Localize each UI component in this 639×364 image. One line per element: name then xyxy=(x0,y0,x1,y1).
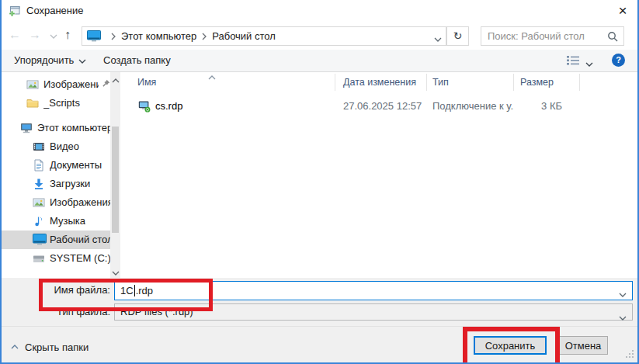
search-input[interactable] xyxy=(481,27,623,45)
toolbar: Упорядочить Создать папку xyxy=(2,50,637,72)
column-headers: Имя Дата изменения Тип Размер xyxy=(123,74,639,91)
hide-folders-button[interactable]: Скрыть папки xyxy=(11,338,89,356)
view-details-icon[interactable] xyxy=(566,55,580,68)
sidebar-item-desktop[interactable]: Рабочий стол xyxy=(2,231,110,249)
breadcrumb-item-desktop[interactable]: Рабочий стол xyxy=(212,30,276,42)
sidebar-item-downloads[interactable]: Загрузки xyxy=(2,175,110,193)
sidebar-item-label: Изображени xyxy=(43,75,99,94)
sidebar-item-document[interactable]: Документы xyxy=(2,156,110,175)
breadcrumb-item-computer[interactable]: Этот компьютер xyxy=(121,30,196,42)
scrollbar-down-button[interactable] xyxy=(110,266,120,276)
sidebar-item-folder[interactable]: _Scripts xyxy=(2,94,110,113)
hide-folders-label: Скрыть папки xyxy=(25,341,89,353)
filetype-label: Тип файла: xyxy=(33,303,110,321)
sidebar-item-label: Изображения xyxy=(50,193,110,212)
file-type: Подключение к у... xyxy=(427,99,514,114)
chevron-up-icon xyxy=(11,345,19,349)
scrollbar-up-button[interactable] xyxy=(110,74,120,84)
svg-text:?: ? xyxy=(616,55,621,64)
filename-dropdown-chevron[interactable] xyxy=(619,288,627,300)
file-modified: 27.06.2025 12:57 xyxy=(335,99,427,114)
chevron-down-icon xyxy=(78,50,86,71)
sidebar-item-label: Этот компьютер xyxy=(37,119,110,137)
column-header-modified[interactable]: Дата изменения xyxy=(335,74,427,91)
help-icon[interactable]: ? xyxy=(612,54,625,67)
computer-icon xyxy=(20,122,33,134)
filename-value-after-caret: .rdp xyxy=(136,285,153,296)
content-area: Изображени_ScriptsЭтот компьютерВидеоДок… xyxy=(2,72,637,278)
pin-icon xyxy=(102,75,110,94)
address-dropdown-chevron[interactable] xyxy=(434,33,442,44)
downloads-icon xyxy=(33,178,45,190)
titlebar: Сохранение × xyxy=(2,0,637,22)
sidebar-items: Изображени_ScriptsЭтот компьютерВидеоДок… xyxy=(2,75,110,268)
desktop-icon xyxy=(87,30,101,42)
save-button[interactable]: Сохранить xyxy=(474,336,547,355)
sidebar-item-label: Музыка xyxy=(50,212,85,231)
nav-back-button[interactable]: ← xyxy=(6,22,23,50)
text-caret xyxy=(134,285,135,296)
filename-label: Имя файла: xyxy=(33,281,110,300)
sidebar-item-video[interactable]: Видео xyxy=(2,137,110,156)
column-header-size[interactable]: Размер xyxy=(514,74,580,91)
sidebar-item-pictures[interactable]: Изображени xyxy=(2,75,110,94)
resize-grip[interactable] xyxy=(625,349,634,361)
sidebar-item-label: _Scripts xyxy=(43,94,80,113)
sidebar: Изображени_ScriptsЭтот компьютерВидеоДок… xyxy=(2,72,120,278)
breadcrumb-separator-icon xyxy=(202,33,207,40)
file-name: cs.rdp xyxy=(155,99,182,114)
save-dialog-window: Сохранение × ← → ↑ Этот компьютер Рабочи… xyxy=(0,0,639,364)
nav-row: ← → ↑ Этот компьютер Рабочий стол ↻ xyxy=(2,22,637,50)
file-size: 3 КБ xyxy=(514,99,580,114)
sidebar-item-computer[interactable]: Этот компьютер xyxy=(2,119,110,137)
sidebar-item-label: Видео xyxy=(50,137,79,156)
document-icon xyxy=(33,159,45,172)
view-mode-chevron[interactable] xyxy=(585,57,593,69)
column-header-type[interactable]: Тип xyxy=(427,74,514,91)
sidebar-item-label: SYSTEM (C:) xyxy=(50,249,110,268)
sidebar-item-drive[interactable]: SYSTEM (C:) xyxy=(2,249,110,268)
sort-indicator-chevron-up-icon[interactable] xyxy=(208,71,216,82)
filetype-value: RDP files (*.rdp) xyxy=(120,306,193,317)
rdp-file-icon xyxy=(138,100,151,113)
organize-button[interactable]: Упорядочить xyxy=(14,50,86,71)
search-box xyxy=(481,26,624,46)
music-icon xyxy=(33,215,45,227)
filetype-select[interactable]: RDP files (*.rdp) xyxy=(114,303,633,321)
search-icon xyxy=(607,31,618,44)
drive-icon xyxy=(33,252,45,265)
folder-icon xyxy=(26,97,39,109)
sidebar-scrollbar xyxy=(110,72,120,278)
file-name-cell: cs.rdp xyxy=(123,99,335,114)
sidebar-item-label: Рабочий стол xyxy=(50,231,110,249)
sidebar-item-music[interactable]: Музыка xyxy=(2,212,110,231)
nav-forward-button[interactable]: → xyxy=(26,22,43,50)
video-icon xyxy=(33,140,45,153)
filetype-dropdown-chevron xyxy=(619,310,627,325)
refresh-button[interactable]: ↻ xyxy=(446,26,469,46)
filename-input[interactable]: 1C.rdp xyxy=(114,281,633,300)
breadcrumb-separator-icon xyxy=(111,33,116,40)
save-window-icon xyxy=(8,5,20,17)
window-title: Сохранение xyxy=(26,0,84,22)
file-row[interactable]: cs.rdp 27.06.2025 12:57 Подключение к у.… xyxy=(123,99,639,114)
footer-divider xyxy=(2,326,637,327)
organize-label: Упорядочить xyxy=(14,54,74,66)
pictures-icon xyxy=(33,196,45,209)
sidebar-item-pictures[interactable]: Изображения xyxy=(2,193,110,212)
close-button[interactable]: × xyxy=(613,0,633,20)
column-header-name[interactable]: Имя xyxy=(123,74,335,91)
file-list: Имя Дата изменения Тип Размер cs.rdp 27.… xyxy=(123,72,639,278)
address-bar[interactable]: Этот компьютер Рабочий стол xyxy=(82,26,446,46)
desktop-icon xyxy=(33,234,45,246)
sidebar-item-label: Документы xyxy=(50,156,102,175)
cancel-button[interactable]: Отмена xyxy=(558,336,608,355)
nav-up-button[interactable]: ↑ xyxy=(59,22,76,50)
filename-value-before-caret: 1C xyxy=(120,285,134,296)
sidebar-item-label: Загрузки xyxy=(50,175,90,193)
new-folder-button[interactable]: Создать папку xyxy=(103,50,171,71)
scrollbar-thumb[interactable] xyxy=(112,127,119,233)
pictures-icon xyxy=(26,78,39,91)
